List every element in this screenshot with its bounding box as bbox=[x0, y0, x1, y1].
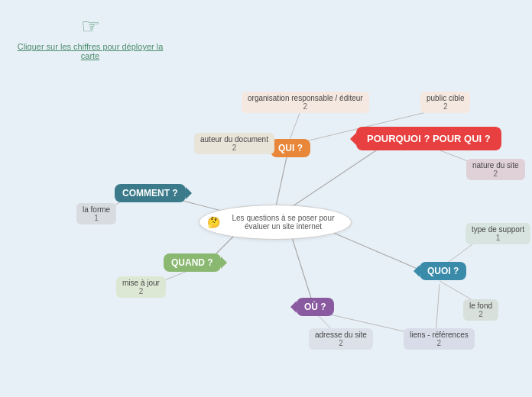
tag-adresse-num: 2 bbox=[315, 339, 367, 347]
tag-nature[interactable]: nature du site 2 bbox=[466, 159, 525, 180]
center-text: Les questions à se poser pour évaluer un… bbox=[223, 214, 343, 231]
tag-laforme[interactable]: la forme 1 bbox=[76, 203, 116, 224]
center-emoji: 🤔 bbox=[207, 216, 220, 228]
tag-miseajour-label: mise à jour bbox=[122, 279, 160, 287]
tag-nature-num: 2 bbox=[472, 169, 519, 178]
tag-public-label: public cible bbox=[427, 94, 464, 102]
bubble-ou[interactable]: OÙ ? bbox=[297, 298, 334, 316]
tag-auteur[interactable]: auteur du document 2 bbox=[194, 133, 274, 154]
bubble-pourquoi[interactable]: POURQUOI ? POUR QUI ? bbox=[356, 127, 501, 150]
bubble-comment[interactable]: COMMENT ? bbox=[115, 184, 186, 202]
tag-adresse-label: adresse du site bbox=[315, 331, 367, 339]
tag-lefond-num: 2 bbox=[469, 310, 492, 318]
hint-container: ☞ Cliquer sur les chiffres pour déployer… bbox=[14, 14, 167, 60]
bubble-quoi[interactable]: QUOI ? bbox=[420, 262, 466, 280]
tag-liens[interactable]: liens - références 2 bbox=[404, 328, 475, 350]
tag-nature-label: nature du site bbox=[472, 161, 519, 169]
tag-type-label: type de support bbox=[472, 225, 524, 234]
svg-line-13 bbox=[436, 284, 440, 334]
tag-public-num: 2 bbox=[427, 102, 464, 111]
tag-miseajour-num: 2 bbox=[122, 287, 160, 295]
tag-liens-label: liens - références bbox=[410, 331, 469, 339]
svg-line-5 bbox=[290, 233, 313, 305]
tag-organisation-num: 2 bbox=[248, 102, 363, 111]
bubble-quand[interactable]: QUAND ? bbox=[164, 253, 221, 272]
tag-auteur-num: 2 bbox=[200, 144, 268, 152]
center-node: 🤔 Les questions à se poser pour évaluer … bbox=[199, 205, 352, 240]
tag-public[interactable]: public cible 2 bbox=[420, 92, 470, 113]
tag-laforme-label: la forme bbox=[83, 205, 110, 214]
tag-lefond-label: le fond bbox=[469, 302, 492, 310]
hand-icon: ☞ bbox=[81, 14, 100, 39]
tag-lefond[interactable]: le fond 2 bbox=[463, 299, 498, 321]
bubble-qui[interactable]: QUI ? bbox=[271, 139, 310, 157]
tag-organisation[interactable]: organisation responsable / éditeur 2 bbox=[242, 92, 369, 113]
tag-miseajour[interactable]: mise à jour 2 bbox=[116, 276, 166, 298]
tag-adresse[interactable]: adresse du site 2 bbox=[309, 328, 373, 350]
tag-liens-num: 2 bbox=[410, 339, 469, 347]
tag-type-num: 1 bbox=[472, 234, 524, 242]
tag-auteur-label: auteur du document bbox=[200, 135, 268, 144]
tag-type[interactable]: type de support 1 bbox=[466, 223, 530, 244]
tag-organisation-label: organisation responsable / éditeur bbox=[248, 94, 363, 102]
tag-laforme-num: 1 bbox=[83, 214, 110, 222]
hint-text: Cliquer sur les chiffres pour déployer l… bbox=[14, 42, 167, 60]
svg-line-4 bbox=[321, 228, 428, 273]
